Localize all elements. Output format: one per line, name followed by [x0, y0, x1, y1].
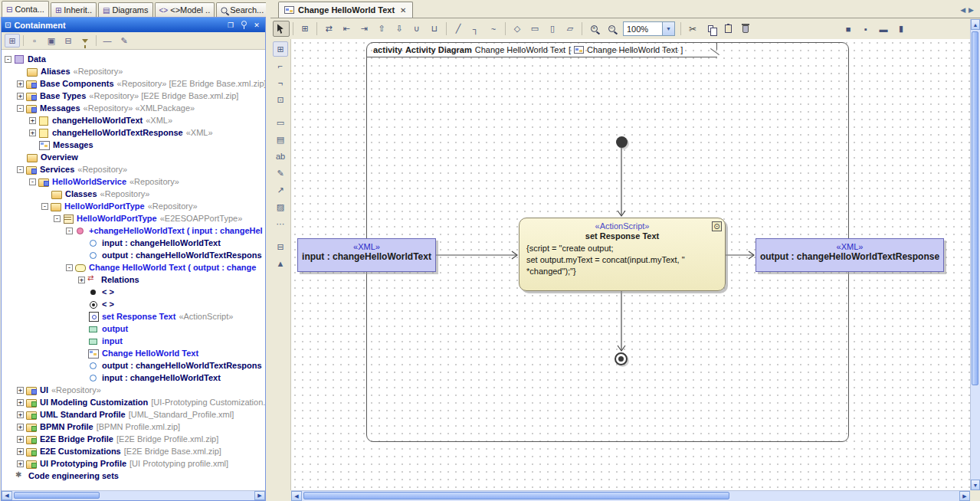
palette-link-tool[interactable]: ↗	[273, 182, 288, 198]
tree-item[interactable]: < >	[2, 286, 265, 298]
palette-more-tool[interactable]: ⋯	[273, 216, 288, 231]
close-panel-button[interactable]: ✕	[251, 20, 262, 30]
tree-item[interactable]: Code engineering sets	[2, 470, 265, 482]
tree-item[interactable]: Aliases«Repository»	[2, 65, 265, 77]
scroll-left-button[interactable]: ◀	[2, 491, 12, 500]
float-panel-button[interactable]: ❐	[225, 20, 236, 30]
tree-item[interactable]: input : changeHelloWorldText	[2, 372, 265, 384]
containment-link-tool[interactable]: ▯	[544, 21, 561, 37]
delete-button[interactable]	[737, 21, 754, 37]
tree-item[interactable]: input : changeHelloWorldText	[2, 237, 265, 249]
canvas-vscroll-track[interactable]	[971, 30, 980, 480]
align-vertical-button[interactable]: ▮	[893, 21, 910, 37]
left-tab-model[interactable]: <><>Model ..	[155, 2, 215, 17]
palette-package-tool[interactable]: ▭	[273, 115, 288, 130]
edit-button[interactable]: ✎	[116, 34, 132, 47]
left-tab-containment[interactable]: ⊟Conta...	[2, 1, 49, 17]
tree-item[interactable]: +E2E Bridge Profile[E2E Bridge Profile.x…	[2, 433, 265, 445]
object-node-input[interactable]: «XML» input : changeHelloWorldText	[297, 238, 436, 272]
canvas-hscroll-track[interactable]	[302, 491, 959, 501]
tree-item[interactable]: < >	[2, 298, 265, 310]
canvas-hscrollbar[interactable]: ◀ ▶	[291, 490, 970, 501]
swimlane-grid-tool[interactable]: ⊞	[297, 21, 313, 37]
tree-item[interactable]: +Relations	[2, 273, 265, 286]
palette-image-tool[interactable]: ▨	[273, 199, 288, 214]
canvas-vscroll-thumb[interactable]	[972, 31, 978, 385]
palette-magnet-tool[interactable]: ⌐	[273, 58, 288, 74]
tree-item[interactable]: -+changeHelloWorldText ( input : changeH…	[2, 224, 265, 237]
merge-cells-tool[interactable]: ∪	[408, 21, 425, 37]
canvas-hscroll-thumb[interactable]	[303, 492, 729, 499]
collapse-icon[interactable]: -	[66, 264, 73, 271]
tree-item[interactable]: +Base Types«Repository» [E2E Bridge Base…	[2, 90, 265, 102]
image-shape-tool[interactable]: ▱	[562, 21, 578, 37]
align-horizontal-button[interactable]: ▬	[875, 21, 892, 37]
paste-button[interactable]	[719, 21, 736, 37]
expand-icon[interactable]: +	[17, 387, 24, 394]
palette-lock-tool[interactable]: ⊡	[273, 92, 288, 107]
tree-item[interactable]: +Base Components«Repository» [E2E Bridge…	[2, 77, 265, 90]
palette-up-tool[interactable]: ▲	[273, 256, 288, 271]
collapse-icon[interactable]: -	[41, 203, 48, 210]
canvas-scroll-left-button[interactable]: ◀	[291, 491, 302, 501]
containment-hscrollbar[interactable]: ◀ ▶	[2, 490, 265, 500]
scroll-tabs-right-button[interactable]: ▶	[969, 6, 974, 14]
left-tab-diagrams[interactable]: ▤Diagrams	[98, 2, 153, 17]
diagram-canvas[interactable]: activity Activity Diagram Change HelloWo…	[291, 39, 970, 490]
tree-item[interactable]: -Services«Repository»	[2, 163, 265, 175]
expand-icon[interactable]: +	[29, 117, 36, 124]
make-same-width-button[interactable]: ■	[840, 21, 857, 37]
rectilinear-path-tool[interactable]: ┐	[467, 21, 484, 37]
selection-tool[interactable]	[273, 21, 290, 37]
cut-button[interactable]: ✂	[684, 21, 701, 37]
dependency-tool[interactable]: ◇	[509, 21, 526, 37]
palette-containment-tool[interactable]: ⊟	[273, 239, 288, 254]
oblique-path-tool[interactable]: ╱	[450, 21, 467, 37]
canvas-scroll-right-button[interactable]: ▶	[959, 491, 970, 501]
make-same-height-button[interactable]: ▪	[857, 21, 874, 37]
zoom-level-combo[interactable]: 100%▼	[623, 21, 675, 36]
scroll-right-button[interactable]: ▶	[254, 491, 265, 500]
zoom-dropdown-arrow[interactable]: ▼	[663, 21, 675, 36]
tree-item[interactable]: Classes«Repository»	[2, 188, 265, 200]
collapse-icon[interactable]: -	[17, 166, 24, 173]
canvas-vscrollbar[interactable]: ▲ ▼	[970, 19, 980, 490]
expand-icon[interactable]: +	[17, 460, 24, 467]
split-cells-tool[interactable]: ⊔	[426, 21, 443, 37]
left-tab-inheritance[interactable]: ⊞Inherit..	[51, 2, 97, 17]
show-auxiliary-button[interactable]: ▫	[27, 34, 42, 47]
tree-item[interactable]: -HelloWorldService«Repository»	[2, 175, 265, 188]
collapse-icon[interactable]: -	[66, 228, 73, 234]
expand-icon[interactable]: +	[17, 411, 24, 418]
distribute-tool[interactable]: ⇄	[320, 21, 337, 37]
note-anchor-tool[interactable]: ▭	[526, 21, 543, 37]
collapse-icon[interactable]: -	[5, 56, 11, 63]
insert-column-after-tool[interactable]: ⇥	[356, 21, 372, 37]
canvas-scroll-up-button[interactable]: ▲	[971, 19, 980, 30]
minimize-button[interactable]: —	[100, 34, 115, 47]
collapse-icon[interactable]: -	[54, 215, 61, 222]
object-flow-input-to-action[interactable]	[436, 251, 517, 259]
tree-item[interactable]: +E2E Customizations[E2E Bridge Base.xml.…	[2, 445, 265, 457]
scroll-track[interactable]	[12, 491, 254, 500]
zoom-out-button[interactable]	[603, 21, 620, 37]
collapse-icon[interactable]: -	[29, 178, 36, 185]
palette-corner-tool[interactable]: ¬	[273, 75, 288, 90]
palette-note-tool[interactable]: ▤	[273, 132, 288, 147]
tab-change-helloworld-text[interactable]: Change HelloWorld Text ✕	[278, 2, 413, 18]
expand-icon[interactable]: +	[17, 436, 24, 443]
tree-item[interactable]: output : changeHelloWorldTextRespons	[2, 249, 265, 261]
tree-item[interactable]: +UML Standard Profile[UML_Standard_Profi…	[2, 408, 265, 421]
copy-button[interactable]	[702, 21, 719, 37]
tree-item[interactable]: -HelloWorldPortType«Repository»	[2, 200, 265, 212]
tree-item[interactable]: +changeHelloWorldTextResponse«XML»	[2, 126, 265, 139]
object-node-output[interactable]: «XML» output : changeHelloWorldTextRespo…	[755, 238, 944, 272]
palette-text-tool[interactable]: ab	[273, 149, 288, 164]
tree-item[interactable]: Change HelloWorld Text	[2, 347, 265, 359]
filter-button[interactable]	[77, 34, 93, 47]
collapse-icon[interactable]: -	[17, 105, 24, 112]
tree-item[interactable]: -Change HelloWorld Text ( output : chang…	[2, 261, 265, 273]
action-node-set-response-text[interactable]: ⊙ «ActionScript» set Response Text {scri…	[519, 218, 726, 291]
tree-item[interactable]: Overview	[2, 151, 265, 163]
tree-item[interactable]: -HelloWorldPortType«E2ESOAPPortType»	[2, 212, 265, 224]
